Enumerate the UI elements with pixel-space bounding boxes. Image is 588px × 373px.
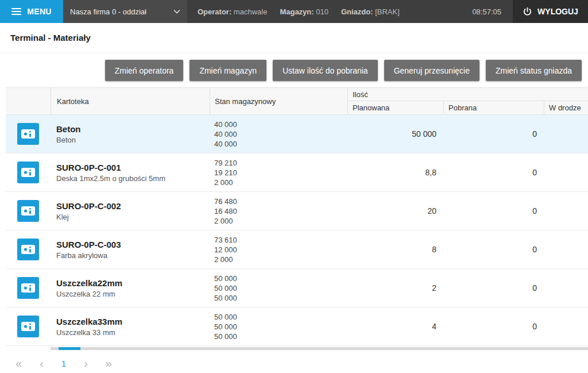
material-card-icon bbox=[17, 161, 39, 183]
operator-info: Operator: machwale bbox=[198, 7, 267, 16]
item-name: Uszczelka22mm bbox=[56, 278, 210, 288]
hamburger-icon bbox=[11, 8, 21, 15]
item-description: Uszczelka 22 mm bbox=[56, 290, 210, 298]
table-header: Kartoteka Stan magazynowy Ilość Planowan… bbox=[6, 87, 588, 115]
clock: 08:57:05 bbox=[472, 0, 513, 23]
menu-button[interactable]: MENU bbox=[0, 0, 63, 23]
gniazdo-label: Gniazdo: bbox=[341, 7, 373, 16]
last-page-button[interactable]: » bbox=[106, 357, 112, 369]
company-selector-value: Nasza firma 0 - oddział bbox=[70, 7, 146, 16]
logout-label: WYLOGUJ bbox=[537, 7, 578, 16]
item-name: SURO-0P-C-003 bbox=[56, 240, 210, 249]
table-row[interactable]: SURO-0P-C-001 Deska 1mx2.5m o grubości 5… bbox=[6, 153, 588, 192]
header-planowana: Planowana bbox=[347, 101, 443, 114]
table-row[interactable]: Beton Beton 40 00040 00040 000 50 000 0 bbox=[6, 115, 588, 153]
toolbar-button[interactable]: Ustaw ilość do pobrania bbox=[273, 60, 378, 81]
magazyn-label: Magazyn: bbox=[280, 7, 314, 16]
picked-quantity: 0 bbox=[443, 322, 544, 331]
item-description: Beton bbox=[56, 136, 210, 144]
header-ilosc-group: Ilość bbox=[347, 88, 588, 101]
table-row[interactable]: Uszczelka33mm Uszczelka 33 mm 50 00050 0… bbox=[6, 307, 588, 346]
menu-label: MENU bbox=[27, 7, 51, 16]
row-icon-cell bbox=[6, 239, 51, 260]
table-row[interactable]: SURO-0P-C-002 Klej 76 48016 4802 000 20 … bbox=[6, 192, 588, 230]
planned-quantity: 4 bbox=[347, 322, 443, 331]
toolbar: Zmień operatoraZmień magazynUstaw ilość … bbox=[0, 53, 588, 87]
planned-quantity: 8 bbox=[347, 245, 443, 254]
scrollbar-thumb[interactable] bbox=[59, 347, 80, 350]
prev-page-button[interactable]: ‹ bbox=[40, 357, 44, 369]
item-description: Klej bbox=[56, 213, 210, 221]
item-description: Farba akrylowa bbox=[56, 251, 210, 260]
table-body: Beton Beton 40 00040 00040 000 50 000 0 … bbox=[6, 115, 588, 346]
item-name: Uszczelka33mm bbox=[56, 317, 210, 326]
table-row[interactable]: SURO-0P-C-003 Farba akrylowa 73 61012 00… bbox=[6, 230, 588, 269]
picked-quantity: 0 bbox=[443, 206, 544, 216]
picked-quantity: 0 bbox=[443, 245, 544, 254]
toolbar-button[interactable]: Zmień status gniazda bbox=[486, 60, 582, 81]
row-icon-cell bbox=[6, 200, 51, 222]
material-card-icon bbox=[17, 277, 39, 299]
item-name: SURO-0P-C-002 bbox=[56, 201, 210, 211]
magazyn-value: 010 bbox=[316, 7, 328, 16]
page-title: Terminal - Materiały bbox=[10, 33, 91, 43]
picked-quantity: 0 bbox=[443, 129, 544, 139]
row-icon-cell bbox=[6, 277, 51, 299]
kartoteka-cell: SURO-0P-C-003 Farba akrylowa bbox=[51, 240, 210, 260]
chevron-down-icon bbox=[173, 9, 180, 14]
planned-quantity: 2 bbox=[347, 283, 443, 293]
topbar: MENU Nasza firma 0 - oddział Operator: m… bbox=[0, 0, 588, 23]
stock-values: 76 48016 4802 000 bbox=[210, 197, 347, 226]
toolbar-button[interactable]: Zmień operatora bbox=[105, 60, 184, 81]
kartoteka-cell: Uszczelka33mm Uszczelka 33 mm bbox=[51, 317, 210, 337]
header-kartoteka: Kartoteka bbox=[51, 88, 210, 114]
kartoteka-cell: Beton Beton bbox=[51, 124, 210, 144]
gniazdo-value: [BRAK] bbox=[375, 7, 400, 16]
next-page-button[interactable]: › bbox=[84, 357, 88, 369]
power-icon bbox=[523, 7, 532, 17]
materials-table: Kartoteka Stan magazynowy Ilość Planowan… bbox=[6, 87, 588, 346]
picked-quantity: 0 bbox=[443, 168, 544, 177]
header-pobrana: Pobrana bbox=[443, 101, 544, 114]
item-description: Uszczelka 33 mm bbox=[56, 328, 210, 337]
item-name: Beton bbox=[56, 124, 210, 134]
planned-quantity: 8,8 bbox=[347, 168, 443, 177]
logout-button[interactable]: WYLOGUJ bbox=[513, 0, 588, 23]
row-icon-cell bbox=[6, 123, 51, 145]
stock-values: 73 61012 0002 000 bbox=[210, 235, 347, 264]
magazyn-info: Magazyn: 010 bbox=[280, 7, 328, 16]
session-info: Operator: machwale Magazyn: 010 Gniazdo:… bbox=[187, 0, 400, 23]
stock-values: 40 00040 00040 000 bbox=[210, 120, 347, 149]
planned-quantity: 50 000 bbox=[347, 129, 443, 139]
toolbar-button[interactable]: Zmień magazyn bbox=[189, 60, 266, 81]
header-w-drodze: W drodze bbox=[544, 101, 588, 114]
header-stan-magazynowy: Stan magazynowy bbox=[210, 88, 347, 114]
first-page-button[interactable]: « bbox=[16, 357, 22, 369]
item-description: Deska 1mx2.5m o grubości 5mm bbox=[56, 174, 210, 183]
stock-values: 50 00050 00050 000 bbox=[210, 274, 347, 303]
material-card-icon bbox=[17, 239, 39, 260]
kartoteka-cell: SURO-0P-C-002 Klej bbox=[51, 201, 210, 221]
gniazdo-info: Gniazdo: [BRAK] bbox=[341, 7, 400, 16]
planned-quantity: 20 bbox=[347, 206, 443, 216]
table-row[interactable]: Uszczelka22mm Uszczelka 22 mm 50 00050 0… bbox=[6, 269, 588, 307]
picked-quantity: 0 bbox=[443, 283, 544, 293]
company-selector[interactable]: Nasza firma 0 - oddział bbox=[63, 0, 187, 23]
current-page[interactable]: 1 bbox=[61, 359, 66, 368]
operator-value: machwale bbox=[234, 7, 268, 16]
pagination: « ‹ 1 › » bbox=[0, 350, 588, 369]
kartoteka-cell: SURO-0P-C-001 Deska 1mx2.5m o grubości 5… bbox=[51, 163, 210, 183]
header-icon-column bbox=[6, 88, 51, 114]
material-card-icon bbox=[17, 123, 39, 145]
item-name: SURO-0P-C-001 bbox=[56, 163, 210, 172]
horizontal-scrollbar[interactable] bbox=[51, 347, 588, 350]
kartoteka-cell: Uszczelka22mm Uszczelka 22 mm bbox=[51, 278, 210, 298]
row-icon-cell bbox=[6, 161, 51, 183]
material-card-icon bbox=[17, 200, 39, 222]
row-icon-cell bbox=[6, 316, 51, 337]
toolbar-button[interactable]: Generuj przesunięcie bbox=[384, 60, 479, 81]
material-card-icon bbox=[17, 316, 39, 337]
stock-values: 79 21019 2102 000 bbox=[210, 158, 347, 187]
title-bar: Terminal - Materiały bbox=[0, 23, 588, 53]
operator-label: Operator: bbox=[198, 7, 231, 16]
